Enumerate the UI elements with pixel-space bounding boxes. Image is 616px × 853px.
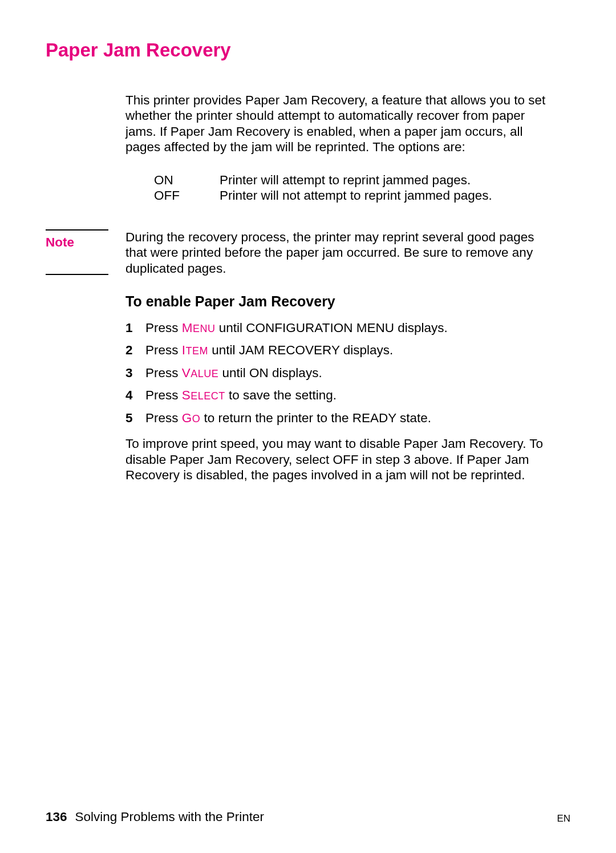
option-label: ON	[154, 172, 220, 188]
step-text: Press GO to return the printer to the RE…	[145, 410, 570, 426]
step-number: 4	[125, 387, 145, 403]
note-block: Note During the recovery process, the pr…	[46, 229, 570, 276]
page-heading: Paper Jam Recovery	[46, 39, 570, 61]
step-text: Press VALUE until ON displays.	[145, 365, 570, 381]
option-row: ON Printer will attempt to reprint jamme…	[154, 172, 570, 188]
note-label: Note	[46, 235, 125, 250]
step-number: 2	[125, 342, 145, 358]
step-text: Press MENU until CONFIGURATION MENU disp…	[145, 320, 570, 335]
hw-key: SELECT	[182, 388, 225, 402]
step-number: 3	[125, 365, 145, 381]
note-rule	[46, 229, 108, 231]
subheading: To enable Paper Jam Recovery	[125, 293, 570, 310]
step-row: 2 Press ITEM until JAM RECOVERY displays…	[125, 342, 570, 358]
hw-key: VALUE	[182, 366, 219, 380]
step-number: 1	[125, 320, 145, 335]
footer-section: Solving Problems with the Printer	[75, 810, 264, 824]
option-desc: Printer will attempt to reprint jammed p…	[220, 172, 471, 188]
page-footer: 136 Solving Problems with the Printer EN	[46, 810, 570, 824]
note-body: During the recovery process, the printer…	[125, 229, 570, 276]
hw-key: ITEM	[182, 343, 208, 357]
page-number: 136	[46, 810, 67, 824]
step-row: 3 Press VALUE until ON displays.	[125, 365, 570, 381]
step-text: Press SELECT to save the setting.	[145, 387, 570, 403]
option-row: OFF Printer will not attempt to reprint …	[154, 188, 570, 203]
closing-paragraph: To improve print speed, you may want to …	[125, 436, 556, 483]
step-number: 5	[125, 410, 145, 426]
option-label: OFF	[154, 188, 220, 203]
step-row: 4 Press SELECT to save the setting.	[125, 387, 570, 403]
note-rule	[46, 274, 108, 275]
footer-lang: EN	[557, 813, 570, 824]
options-list: ON Printer will attempt to reprint jamme…	[46, 172, 570, 204]
hw-key: MENU	[182, 321, 216, 335]
step-row: 1 Press MENU until CONFIGURATION MENU di…	[125, 320, 570, 335]
option-desc: Printer will not attempt to reprint jamm…	[220, 188, 492, 203]
hw-key: GO	[182, 411, 201, 425]
step-text: Press ITEM until JAM RECOVERY displays.	[145, 342, 570, 358]
intro-paragraph: This printer provides Paper Jam Recovery…	[125, 92, 556, 155]
step-row: 5 Press GO to return the printer to the …	[125, 410, 570, 426]
